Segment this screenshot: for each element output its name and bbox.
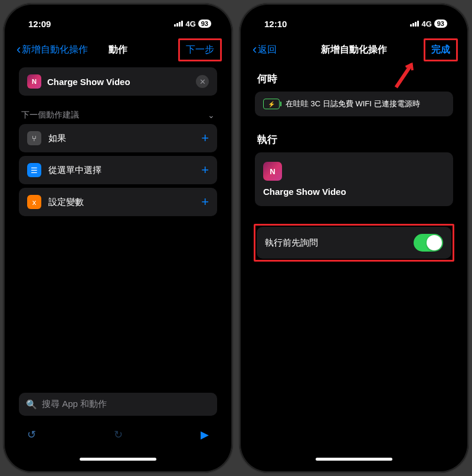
suggestions-header[interactable]: 下一個動作建議 ⌄ [19, 106, 217, 124]
suggestion-label: 如果 [48, 133, 194, 144]
add-icon[interactable]: + [201, 194, 209, 210]
back-button[interactable]: ‹ 返回 [253, 42, 277, 57]
run-header: 執行 [255, 128, 453, 152]
signal-icon [410, 21, 419, 27]
screen-right: 12:10 4G 93 ‹ 返回 新增自動化操作 完成 何時 ⚡ 在哇哇 3C … [247, 11, 461, 465]
redo-button[interactable]: ↻ [114, 428, 123, 441]
suggestion-label: 從選單中選擇 [48, 165, 194, 176]
nav-bar: ‹ 返回 新增自動化操作 完成 [247, 37, 461, 63]
network-label: 4G [185, 19, 195, 28]
toggle-knob [427, 235, 442, 250]
chevron-down-icon: ⌄ [208, 110, 215, 120]
charging-icon: ⚡ [263, 99, 280, 109]
status-right: 4G 93 [174, 19, 211, 28]
screen-left: 12:09 4G 93 ‹ 新增自動化操作 動作 下一步 N Charge Sh… [11, 11, 225, 465]
action-name: Charge Show Video [263, 187, 445, 197]
app-icon: N [263, 162, 282, 181]
app-icon: N [27, 74, 41, 89]
back-label: 新增自動化操作 [22, 44, 88, 56]
phone-right: 12:10 4G 93 ‹ 返回 新增自動化操作 完成 何時 ⚡ 在哇哇 3C … [240, 4, 468, 472]
status-right: 4G 93 [410, 19, 447, 28]
condition-card[interactable]: ⚡ 在哇哇 3C 日誌免費 WIFI 已連接電源時 [255, 92, 453, 116]
suggestion-item-menu[interactable]: ☰ 從選單中選擇 + [19, 156, 217, 184]
search-placeholder: 搜尋 App 和動作 [42, 399, 107, 410]
chevron-left-icon: ‹ [17, 42, 21, 57]
network-label: 4G [421, 19, 431, 28]
notch [68, 11, 168, 27]
back-button[interactable]: ‹ 新增自動化操作 [17, 42, 88, 57]
next-button[interactable]: 下一步 [178, 38, 222, 61]
content-left: N Charge Show Video ✕ 下一個動作建議 ⌄ ⑂ 如果 + ☰… [11, 63, 225, 224]
action-title: Charge Show Video [47, 77, 190, 87]
status-time: 12:09 [25, 19, 51, 29]
suggestion-item-var[interactable]: x 設定變數 + [19, 188, 217, 216]
nav-bar: ‹ 新增自動化操作 動作 下一步 [11, 37, 225, 63]
menu-icon: ☰ [27, 163, 41, 177]
action-card[interactable]: N Charge Show Video [255, 152, 453, 206]
home-indicator[interactable] [80, 458, 156, 461]
play-button[interactable]: ▶ [201, 428, 209, 441]
notch [304, 11, 404, 27]
nav-title: 新增自動化操作 [321, 44, 387, 56]
ask-before-toggle[interactable] [414, 234, 443, 252]
undo-button[interactable]: ↺ [27, 428, 36, 441]
signal-icon [174, 21, 183, 27]
content-right: 何時 ⚡ 在哇哇 3C 日誌免費 WIFI 已連接電源時 執行 N Charge… [247, 63, 461, 266]
suggestions-label: 下一個動作建議 [21, 110, 79, 120]
battery-badge: 93 [434, 19, 447, 28]
back-label: 返回 [258, 44, 277, 56]
add-icon[interactable]: + [201, 131, 209, 146]
chevron-left-icon: ‹ [253, 42, 257, 57]
phone-left: 12:09 4G 93 ‹ 新增自動化操作 動作 下一步 N Charge Sh… [4, 4, 232, 472]
clear-action-button[interactable]: ✕ [196, 75, 209, 88]
done-button[interactable]: 完成 [424, 38, 458, 61]
branch-icon: ⑂ [27, 131, 41, 145]
nav-title: 動作 [109, 44, 127, 56]
ask-before-label: 執行前先詢問 [265, 237, 318, 249]
suggestion-item-if[interactable]: ⑂ 如果 + [19, 124, 217, 152]
ask-before-row: 執行前先詢問 [257, 227, 451, 259]
battery-badge: 93 [198, 19, 211, 28]
condition-text: 在哇哇 3C 日誌免費 WIFI 已連接電源時 [286, 99, 420, 109]
search-input[interactable]: 🔍 搜尋 App 和動作 [19, 393, 217, 416]
home-indicator[interactable] [316, 458, 392, 461]
bottom-toolbar: ↺ ↻ ▶ [11, 422, 225, 448]
ask-before-row-highlight: 執行前先詢問 [254, 224, 454, 262]
add-icon[interactable]: + [201, 162, 209, 178]
selected-action-chip[interactable]: N Charge Show Video ✕ [19, 67, 217, 96]
suggestion-label: 設定變數 [48, 197, 194, 208]
search-icon: 🔍 [26, 399, 37, 410]
variable-icon: x [27, 195, 41, 209]
status-time: 12:10 [261, 19, 287, 29]
